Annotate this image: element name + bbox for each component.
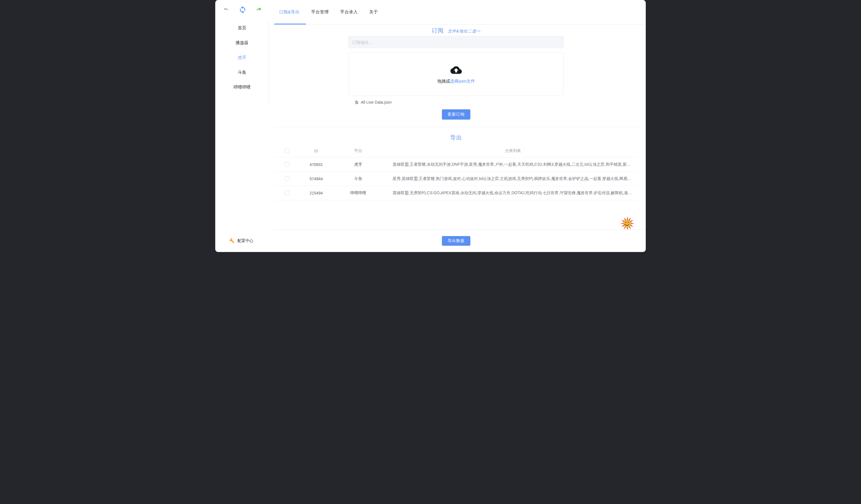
cloud-upload-icon [450, 64, 463, 76]
cell-categories: 英雄联盟,王者荣耀,永劫无间手游,DNF手游,星秀,魔兽世界,户外,一起看,天天… [384, 162, 638, 167]
cell-id: 215494 [310, 191, 323, 195]
cell-platform: 哔哩哔哩 [350, 191, 366, 195]
config-center-button[interactable]: 配置中心 [229, 238, 254, 243]
table-row[interactable]: 470931 虎牙 英雄联盟,王者荣耀,永劫无间手游,DNF手游,星秀,魔兽世界… [274, 158, 638, 172]
row-checkbox[interactable] [285, 191, 290, 195]
tab-platform-entry[interactable]: 平台录入 [340, 10, 358, 15]
update-subscription-button[interactable]: 更新订阅 [442, 109, 470, 120]
export-data-button[interactable]: 导出数据 [442, 236, 470, 246]
sidebar-item-bilibili[interactable]: 哔哩哔哩 [215, 84, 269, 90]
export-table: ID 平台 分类列表 470931 虎牙 英雄联盟,王者荣耀,永劫无间手游,DN… [274, 144, 638, 200]
choose-json-file-link[interactable]: 选择json文件 [450, 79, 475, 83]
section-divider [274, 127, 638, 127]
wrench-icon [229, 238, 235, 243]
header-id: ID [314, 149, 318, 153]
sidebar: 首页 播放器 虎牙 斗鱼 哔哩哔哩 [215, 25, 269, 99]
cell-id: 470931 [310, 162, 323, 167]
select-all-checkbox[interactable] [285, 148, 290, 153]
uploaded-file-item[interactable]: All Live Data.json [348, 99, 564, 105]
table-row[interactable]: 215494 哔哩哔哩 英雄联盟,无畏契约,CS:GO,APEX英雄,永劫无间,… [274, 186, 638, 200]
cell-platform: 虎牙 [354, 162, 362, 167]
subscribe-title: 订阅 [432, 27, 443, 35]
config-center-label: 配置中心 [237, 239, 254, 243]
export-section-title: 导出 [450, 134, 462, 142]
subscribe-url-input[interactable] [348, 36, 564, 48]
subscribe-subtitle: 文件&地址二选一 [448, 29, 480, 34]
sun-sticker-icon [620, 216, 634, 230]
sidebar-item-douyu[interactable]: 斗鱼 [215, 69, 269, 76]
upload-hint-text: 拖拽或选择json文件 [437, 79, 475, 84]
table-header-row: ID 平台 分类列表 [274, 144, 638, 158]
row-checkbox[interactable] [285, 176, 290, 181]
sidebar-item-player[interactable]: 播放器 [215, 40, 269, 46]
sidebar-item-home[interactable]: 首页 [215, 25, 269, 31]
title-bar: 订阅&导出 平台管理 平台录入 关于 [215, 0, 646, 25]
cell-platform: 斗鱼 [354, 176, 362, 181]
header-categories: 分类列表 [384, 148, 638, 153]
cell-categories: 星秀,英雄联盟,王者荣耀,热门游戏,派对,心动派对,lol云顶之弈,主机游戏,无… [384, 176, 638, 181]
upload-hint-prefix: 拖拽或 [437, 79, 450, 83]
sidebar-divider [269, 21, 269, 105]
document-icon [355, 100, 359, 105]
sidebar-item-huya[interactable]: 虎牙 [215, 54, 269, 61]
tab-platform-manage[interactable]: 平台管理 [311, 10, 329, 15]
cell-categories: 英雄联盟,无畏契约,CS:GO,APEX英雄,永劫无间,穿越火线,命运方舟,DO… [384, 191, 638, 195]
table-row[interactable]: 574944 斗鱼 星秀,英雄联盟,王者荣耀,热门游戏,派对,心动派对,lol云… [274, 172, 638, 186]
tab-subscribe-export[interactable]: 订阅&导出 [279, 10, 300, 15]
json-upload-dropzone[interactable]: 拖拽或选择json文件 [348, 52, 564, 96]
header-platform: 平台 [354, 148, 362, 153]
uploaded-file-name: All Live Data.json [361, 100, 392, 105]
tab-about[interactable]: 关于 [369, 10, 378, 15]
row-checkbox[interactable] [285, 162, 290, 167]
top-tab-bar: 订阅&导出 平台管理 平台录入 关于 [215, 0, 646, 25]
cell-id: 574944 [310, 177, 323, 181]
subscribe-section-title: 订阅 文件&地址二选一 [432, 27, 480, 35]
main-content: 订阅 文件&地址二选一 拖拽或选择json文件 All Live Data.js… [274, 25, 646, 252]
app-window: 订阅&导出 平台管理 平台录入 关于 首页 播放器 虎牙 斗鱼 哔哩哔哩 订阅 … [215, 0, 646, 252]
